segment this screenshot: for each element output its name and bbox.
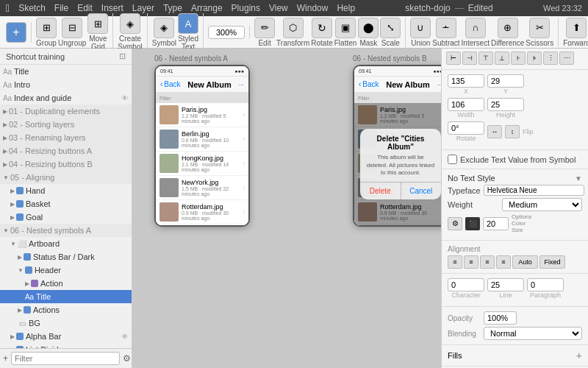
panel-collapse-icon[interactable]: ⊡	[119, 52, 126, 61]
settings-icon[interactable]: ⚙	[123, 353, 131, 364]
scissors-button[interactable]: ✂Scissors	[526, 18, 553, 47]
list-item[interactable]: London.jpg1.1 MB · modified 35 minutes a…	[156, 224, 248, 225]
styled-text-button[interactable]: A Styled Text	[178, 13, 198, 51]
distribute-h[interactable]: ⋮	[543, 52, 558, 65]
union-button[interactable]: ∪Union	[410, 18, 431, 47]
align-top-edge[interactable]: ⊥	[495, 52, 509, 65]
layer-title-selected[interactable]: Aa Title	[0, 290, 132, 303]
layer-s05[interactable]: ▼ 05 - Aligning	[0, 171, 132, 184]
align-center-v[interactable]: ⊦	[511, 52, 526, 65]
list-item[interactable]: NewYork.jpg1.5 MB · modified 22 minutes …	[156, 176, 248, 200]
align-left-text[interactable]: ≡	[448, 255, 462, 269]
align-right-text[interactable]: ≡	[480, 255, 495, 269]
menu-file[interactable]: File	[54, 3, 68, 13]
create-symbol-button[interactable]: ◈ Create Symbol	[118, 13, 142, 51]
visibility-icon[interactable]: 👁	[121, 333, 129, 341]
menu-edit[interactable]: Edit	[77, 3, 93, 13]
color-swatch[interactable]: ⬛	[465, 217, 480, 230]
nav-actions[interactable]: ···	[437, 81, 441, 88]
align-bottom-edge[interactable]: ⊧	[527, 52, 542, 65]
layer-hand[interactable]: ▶ Hand	[0, 184, 132, 197]
width-input[interactable]	[448, 98, 484, 111]
forward-button[interactable]: ⬆Forward	[563, 18, 588, 47]
align-center-h[interactable]: ⊣	[462, 52, 477, 65]
layer-basket[interactable]: ▶ Basket	[0, 197, 132, 210]
flip-h-button[interactable]: ↔	[487, 125, 502, 138]
menu-sketch[interactable]: Sketch	[18, 3, 46, 13]
align-right-edge[interactable]: ⊤	[478, 52, 493, 65]
layer-s02[interactable]: ▶ 02 - Sorting layers	[0, 118, 132, 131]
layer-s01[interactable]: ▶ 01 - Duplicating elements	[0, 105, 132, 118]
menu-plugins[interactable]: Plugins	[232, 3, 260, 13]
layer-actions[interactable]: ▶ Actions	[0, 303, 132, 316]
group-button[interactable]: ⊞ Group	[36, 18, 57, 47]
typeface-input[interactable]	[484, 185, 584, 196]
ungroup-button[interactable]: ⊟ Ungroup	[58, 18, 86, 47]
difference-button[interactable]: ⊕Difference	[491, 18, 524, 47]
layer-s03[interactable]: ▶ 03 - Renaming layers	[0, 131, 132, 144]
transform-button[interactable]: ⬡ Transform	[276, 18, 309, 47]
mask-button[interactable]: ⬤ Mask	[358, 18, 379, 47]
menu-window[interactable]: Window	[297, 3, 329, 13]
layer-s04b[interactable]: ▶ 04 - Resizing buttons B	[0, 158, 132, 171]
layer-s06[interactable]: ▼ 06 - Nested symbols A	[0, 224, 132, 237]
para-spacing-input[interactable]	[527, 278, 564, 291]
dialog-cancel-button[interactable]: Cancel	[401, 183, 442, 199]
move-grid-button[interactable]: ⊞ Move Grid	[87, 13, 108, 51]
add-layer-icon[interactable]: +	[3, 353, 8, 364]
menu-type[interactable]: Type	[163, 3, 182, 13]
canvas[interactable]: 06 - Nested symbols A 09:41 ●●● ‹ Back N…	[132, 49, 441, 368]
search-input[interactable]	[11, 352, 120, 365]
layer-index[interactable]: Aa Index and guide 👁	[0, 91, 132, 105]
align-justify-text[interactable]: ≡	[496, 255, 511, 269]
subtract-button[interactable]: ∸Subtract	[432, 18, 459, 47]
menu-layer[interactable]: Layer	[132, 3, 154, 13]
flatten-button[interactable]: ▣ Flatten	[334, 18, 357, 47]
char-spacing-input[interactable]	[448, 278, 484, 291]
nav-actions[interactable]: ···	[238, 81, 244, 88]
zoom-display[interactable]: 300%	[208, 26, 245, 39]
y-input[interactable]	[487, 74, 524, 88]
width-auto[interactable]: Auto	[512, 255, 538, 269]
layer-s04a[interactable]: ▶ 04 - Resizing buttons A	[0, 144, 132, 158]
layer-listdivider[interactable]: ▶ List Divider	[0, 343, 132, 348]
dialog-delete-button[interactable]: Delete	[360, 183, 401, 199]
align-left-edge[interactable]: ⊢	[446, 52, 461, 65]
rotate-button[interactable]: ↻ Rotate	[311, 18, 332, 47]
flip-v-button[interactable]: ↕	[505, 125, 520, 138]
nav-back-button[interactable]: ‹ Back	[160, 80, 181, 88]
list-item[interactable]: HongKong.jpg2.1 MB · modified 14 minutes…	[156, 152, 248, 176]
menu-view[interactable]: View	[269, 3, 288, 13]
layer-header[interactable]: ▼ Header	[0, 263, 132, 277]
options-icon[interactable]: ⚙	[448, 217, 462, 230]
blending-select[interactable]: Normal Multiply Screen	[484, 327, 582, 340]
menu-insert[interactable]: Insert	[101, 3, 123, 13]
dropdown-icon[interactable]: ▼	[575, 174, 582, 183]
list-item[interactable]: Berlin.jpg0.8 MB · modified 10 minutes a…	[156, 127, 248, 152]
layer-statusbar[interactable]: ▶ Status Bar / Dark	[0, 250, 132, 263]
list-item[interactable]: Rotterdam.jpg0.9 MB · modified 30 minute…	[156, 200, 248, 224]
layer-alphabar[interactable]: ▶ Alpha Bar 👁	[0, 330, 132, 343]
opacity-input[interactable]	[484, 311, 517, 325]
rotate-input[interactable]	[448, 121, 484, 135]
edit-button[interactable]: ✏ Edit	[254, 18, 275, 47]
nav-back-button[interactable]: ‹ Back	[359, 80, 379, 88]
line-spacing-input[interactable]	[487, 278, 524, 291]
layer-bg[interactable]: ▭ BG	[0, 316, 132, 330]
visibility-icon[interactable]: 👁	[121, 94, 129, 102]
x-input[interactable]	[448, 74, 484, 88]
exclude-text-checkbox[interactable]	[448, 155, 457, 164]
layer-intro[interactable]: Aa Intro	[0, 78, 132, 91]
symbol-button[interactable]: ◈ Symbol	[152, 18, 176, 47]
weight-select[interactable]: Medium Regular Bold	[502, 198, 582, 211]
layer-artboard[interactable]: ▼ ⬜ Artboard	[0, 237, 132, 250]
intersect-button[interactable]: ∩Intersect	[462, 18, 490, 47]
menu-help[interactable]: Help	[337, 3, 355, 13]
distribute-v[interactable]: ⋯	[559, 52, 574, 65]
layer-goal[interactable]: ▶ Goal	[0, 210, 132, 224]
fills-add-icon[interactable]: +	[576, 350, 582, 361]
list-item[interactable]: Paris.jpg1.2 MB · modified 5 minutes ago…	[156, 103, 248, 127]
layer-action[interactable]: ▶ Action	[0, 277, 132, 290]
height-input[interactable]	[487, 98, 524, 111]
menu-arrange[interactable]: Arrange	[191, 3, 223, 13]
